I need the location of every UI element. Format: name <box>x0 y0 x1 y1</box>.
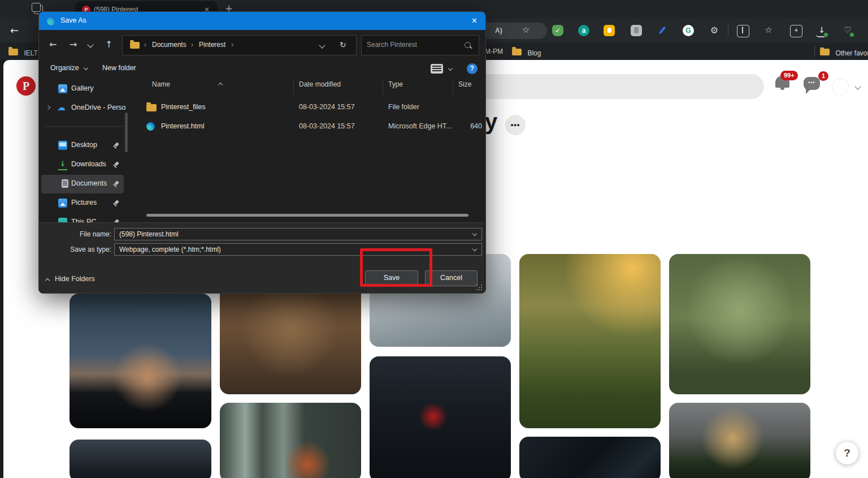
ext-adguard-icon[interactable]: ✓ <box>552 25 563 36</box>
ext-pen-icon[interactable] <box>657 25 668 36</box>
file-type: File folder <box>388 103 419 111</box>
file-type: Microsoft Edge HT... <box>388 122 452 130</box>
pin-image-dark-tree[interactable] <box>70 440 211 478</box>
split-screen-icon[interactable] <box>737 25 749 37</box>
favorite-star-icon[interactable]: ☆ <box>522 25 530 35</box>
read-aloud-icon[interactable]: A) <box>495 27 502 35</box>
dialog-close-icon[interactable]: ✕ <box>471 16 478 25</box>
sidebar-item-gallery[interactable]: Gallery <box>39 80 131 98</box>
column-header-type[interactable]: Type <box>388 80 403 88</box>
sidebar-label: Gallery <box>71 84 94 92</box>
sidebar-label: Documents <box>71 179 107 187</box>
ext-keep-icon[interactable] <box>604 25 615 36</box>
hide-folders-button[interactable]: Hide Folders <box>55 275 95 283</box>
browser-essentials-icon[interactable]: ♡ <box>842 25 853 36</box>
cancel-button[interactable]: Cancel <box>425 270 478 286</box>
folder-icon <box>146 104 157 111</box>
favorites-item-mpm-fragment[interactable]: M-PM <box>485 48 503 55</box>
back-icon[interactable]: ← <box>10 24 19 36</box>
pinterest-logo[interactable]: P <box>16 76 36 96</box>
edge-logo-icon <box>47 16 56 25</box>
pin-icon <box>112 200 119 206</box>
sort-ascending-icon <box>218 83 223 87</box>
edge-file-icon <box>146 122 155 131</box>
help-button[interactable]: ? <box>836 442 858 464</box>
ext-amazon-icon[interactable]: a <box>578 25 589 36</box>
pin-icon <box>112 142 119 149</box>
address-breadcrumb[interactable]: › Documents › Pinterest › ↻ <box>122 35 357 55</box>
file-name: Pinterest_files <box>161 103 206 111</box>
column-divider[interactable] <box>293 80 294 95</box>
breadcrumb-folder-icon <box>130 42 140 49</box>
column-header-name[interactable]: Name <box>152 80 170 88</box>
favorites-folder-ielts[interactable]: IELTS <box>8 48 42 58</box>
gallery-icon <box>58 84 67 93</box>
pin-image-redhead-window[interactable] <box>220 403 361 478</box>
nav-forward-icon[interactable]: → <box>70 40 77 49</box>
search-magnifier-icon <box>465 42 471 48</box>
pin-image-clouds-forest[interactable] <box>669 403 810 478</box>
column-header-size[interactable]: Size <box>458 80 471 88</box>
file-name-label: File name: <box>45 230 111 238</box>
column-divider[interactable] <box>383 80 383 95</box>
sidebar-scrollbar[interactable] <box>125 113 128 152</box>
favorites-list-icon[interactable]: ☆ <box>763 25 774 36</box>
favorites-folder-other[interactable]: Other favorites <box>820 48 868 58</box>
new-folder-button[interactable]: New folder <box>102 64 136 72</box>
keep-bulb-glyph <box>607 28 611 33</box>
more-options-button[interactable]: ••• <box>505 115 526 135</box>
file-size: 640 <box>465 122 482 130</box>
favorites-folder-blog[interactable]: Blog <box>512 48 541 58</box>
pin-image-black-swan[interactable] <box>370 356 511 478</box>
refresh-icon[interactable]: ↻ <box>340 40 346 49</box>
view-options-icon[interactable] <box>431 64 443 74</box>
dialog-help-icon[interactable]: ? <box>467 63 478 74</box>
messages-icon[interactable]: ••• <box>804 77 820 90</box>
favorite-label: Blog <box>527 49 541 57</box>
nav-back-icon[interactable]: ← <box>49 40 57 49</box>
column-header-date[interactable]: Date modified <box>299 80 341 88</box>
resize-grip[interactable] <box>476 285 482 290</box>
profile-avatar-ring <box>832 78 849 95</box>
column-divider[interactable] <box>453 80 453 95</box>
view-options-chevron-icon[interactable] <box>448 66 453 71</box>
sidebar-item-downloads[interactable]: ↓ Downloads <box>39 156 131 174</box>
sidebar-item-pictures[interactable]: Pictures <box>39 194 131 213</box>
sidebar-label: Pictures <box>71 199 97 206</box>
sidebar-item-onedrive[interactable]: ☁ OneDrive - Perso <box>39 99 131 118</box>
save-type-label: Save as type: <box>45 246 111 253</box>
favorite-label: Other favorites <box>835 49 868 57</box>
breadcrumb-separator: › <box>144 36 146 54</box>
ext-grey-icon[interactable] <box>631 25 642 36</box>
sidebar-label: Downloads <box>71 160 106 168</box>
collections-icon[interactable]: + <box>790 25 802 37</box>
breadcrumb-documents[interactable]: Documents <box>152 36 186 54</box>
extensions-gear-icon[interactable]: ⚙ <box>709 25 720 36</box>
expand-chevron-icon[interactable] <box>46 105 50 110</box>
sidebar-item-desktop[interactable]: Desktop <box>39 136 131 155</box>
pin-icon <box>112 161 119 168</box>
organize-menu[interactable]: Organize <box>50 64 79 72</box>
file-row[interactable]: Pinterest.html 08-03-2024 15:57 Microsof… <box>131 117 485 136</box>
file-name-input[interactable] <box>114 228 482 240</box>
breadcrumb-pinterest[interactable]: Pinterest <box>199 36 225 54</box>
dialog-title-bar: Save As ✕ <box>39 12 485 30</box>
sidebar-separator <box>46 126 124 127</box>
dialog-search-input[interactable] <box>362 36 461 53</box>
nav-up-icon[interactable]: ↑ <box>105 40 112 49</box>
pin-image-horse-rider[interactable] <box>70 294 211 428</box>
file-row[interactable]: Pinterest_files 08-03-2024 15:57 File fo… <box>131 98 485 117</box>
sidebar-item-documents-selected[interactable]: Documents <box>41 175 124 193</box>
sidebar-label: Desktop <box>71 141 97 149</box>
ext-grammarly-icon[interactable]: G <box>683 25 694 36</box>
sidebar-item-this-pc[interactable]: This PC <box>39 213 131 222</box>
pin-image-wheelchair-dog[interactable] <box>519 254 661 428</box>
toolbar-divider <box>728 25 728 36</box>
organize-chevron-icon <box>84 66 88 70</box>
nav-recent-chevron-icon[interactable] <box>87 41 93 48</box>
horizontal-scrollbar[interactable] <box>146 214 468 217</box>
pin-image-girl-bunny[interactable] <box>669 254 810 394</box>
address-dropdown-chevron-icon[interactable] <box>319 42 325 48</box>
pin-image-dark-branch[interactable] <box>519 437 661 478</box>
downloads-icon[interactable]: ↓ <box>816 25 827 37</box>
